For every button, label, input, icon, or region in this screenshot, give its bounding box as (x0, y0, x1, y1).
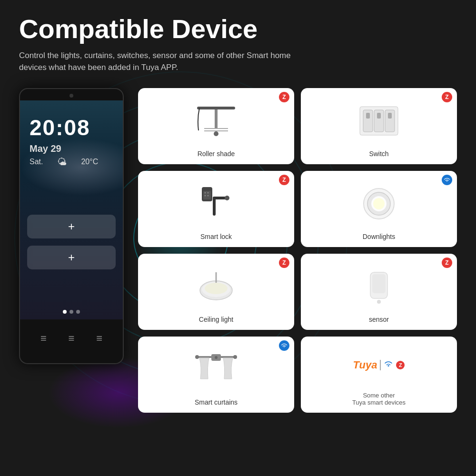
svg-rect-11 (388, 113, 392, 119)
screen-day: Sat. (30, 158, 43, 166)
svg-point-20 (225, 196, 229, 200)
screen-add-btn-2[interactable]: + (27, 246, 116, 269)
svg-point-36 (215, 356, 218, 359)
svg-rect-0 (197, 107, 235, 109)
device-card-smart-curtains[interactable]: Smart curtains (138, 337, 294, 413)
svg-point-4 (214, 131, 218, 136)
panel-camera (69, 94, 73, 98)
device-card-downlights[interactable]: Downlights (301, 171, 457, 247)
smart-curtains-svg (195, 350, 238, 388)
weather-icon: 🌤 (57, 157, 67, 168)
smart-lock-label: Smart lock (200, 233, 232, 240)
device-grid: Z Roller shade Z (138, 88, 457, 413)
svg-point-34 (233, 355, 237, 359)
page-title: Compatible Device (19, 14, 457, 44)
screen-day-temp: Sat. 🌤 20°C (30, 157, 98, 168)
screen-add-btn-1[interactable]: + (27, 215, 116, 238)
page-subtitle: Control the lights, curtains, switches, … (19, 50, 305, 74)
panel-buttons: ≡ ≡ ≡ (20, 319, 123, 357)
dot-3 (76, 310, 80, 314)
screen-date: May 29 (30, 143, 61, 154)
svg-rect-30 (372, 274, 386, 293)
smart-curtains-icon (145, 343, 288, 396)
main-content: Compatible Device Control the lights, cu… (0, 0, 476, 427)
smart-lock-icon (145, 178, 288, 230)
device-card-ceiling-light[interactable]: Z Ceiling light (138, 254, 294, 330)
zigbee-badge-switch: Z (442, 92, 452, 102)
tuya-logo-text: Tuya (353, 359, 377, 371)
ceiling-light-label: Ceiling light (199, 316, 233, 323)
ceiling-light-svg (195, 268, 238, 306)
sensor-svg (365, 268, 393, 306)
sensor-icon (307, 260, 450, 313)
tuya-label: Some otherTuya smart devices (352, 392, 406, 406)
device-card-roller-shade[interactable]: Z Roller shade (138, 88, 294, 164)
smart-lock-svg (199, 182, 233, 225)
tuya-logo-row: Tuya Z (353, 359, 405, 371)
device-card-smart-lock[interactable]: Z (138, 171, 294, 247)
downlights-icon (307, 178, 450, 230)
svg-rect-15 (203, 191, 211, 199)
roller-shade-label: Roller shade (198, 150, 235, 158)
tuya-icon: Tuya Z (307, 343, 450, 389)
svg-rect-1 (215, 109, 218, 129)
smart-panel: 20:08 May 29 Sat. 🌤 20°C + + (19, 88, 124, 364)
svg-point-18 (205, 195, 206, 196)
zigbee-badge-ceiling-light: Z (279, 258, 289, 268)
svg-point-17 (208, 192, 209, 193)
wifi-badge-downlights (442, 175, 452, 185)
svg-point-16 (205, 192, 206, 193)
screen-temp: 20°C (81, 158, 98, 166)
switch-icon (307, 95, 450, 147)
svg-rect-10 (377, 113, 381, 119)
device-card-sensor[interactable]: Z sensor (301, 254, 457, 330)
screen-dots (63, 310, 80, 314)
panel-btn-3[interactable]: ≡ (96, 333, 102, 344)
panel-screen: 20:08 May 29 Sat. 🌤 20°C + + (20, 100, 123, 319)
tuya-divider (380, 360, 381, 370)
svg-point-24 (373, 198, 385, 209)
downlights-label: Downlights (363, 233, 395, 240)
device-card-tuya[interactable]: Tuya Z Some otherTuya smart devices (301, 337, 457, 413)
screen-add-icon-1: + (68, 220, 75, 233)
svg-point-31 (377, 300, 381, 304)
svg-point-19 (208, 195, 209, 196)
sensor-label: sensor (369, 316, 389, 323)
svg-point-27 (205, 283, 228, 294)
zigbee-badge-roller-shade: Z (279, 92, 289, 102)
main-layout: 20:08 May 29 Sat. 🌤 20°C + + (19, 88, 457, 413)
panel-btn-1[interactable]: ≡ (40, 333, 47, 344)
svg-rect-9 (366, 113, 370, 119)
roller-shade-svg (195, 104, 238, 138)
smart-curtains-label: Smart curtains (195, 398, 238, 406)
screen-time: 20:08 (30, 115, 90, 140)
zigbee-badge-sensor: Z (442, 258, 452, 268)
zigbee-badge-smart-lock: Z (279, 175, 289, 185)
switch-label: Switch (369, 150, 388, 158)
downlights-svg (357, 185, 400, 223)
ceiling-light-icon (145, 260, 288, 313)
tuya-wifi-icon (384, 360, 393, 370)
screen-add-icon-2: + (68, 251, 75, 264)
roller-shade-icon (145, 95, 288, 147)
svg-point-33 (195, 355, 199, 359)
wifi-badge-curtains (279, 340, 289, 351)
switch-svg (357, 104, 400, 138)
device-card-switch[interactable]: Z Switch (301, 88, 457, 164)
tuya-zigbee-icon: Z (396, 361, 405, 369)
panel-btn-2[interactable]: ≡ (69, 333, 75, 344)
dot-1 (63, 310, 67, 314)
dot-2 (69, 310, 73, 314)
